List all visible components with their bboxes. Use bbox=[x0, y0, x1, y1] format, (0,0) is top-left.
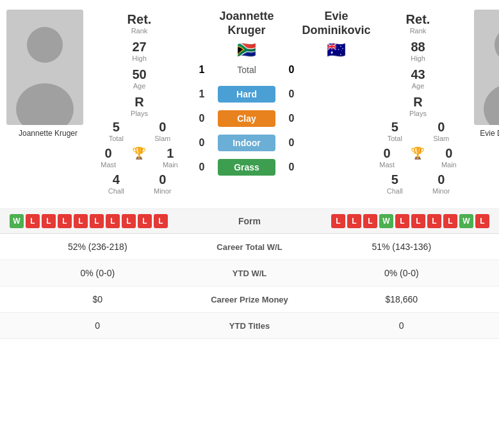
player2-high-box: 88 High bbox=[372, 40, 464, 62]
player2-form-badge-1: L bbox=[347, 214, 361, 228]
player1-trophy-icon: 🏆 bbox=[132, 146, 146, 160]
player2-total-value: 5 bbox=[380, 120, 409, 135]
player2-minor-value: 0 bbox=[427, 172, 455, 187]
stat-right-2: $18,660 bbox=[314, 294, 490, 304]
total-score-left: 1 bbox=[192, 64, 211, 76]
stat-right-1: 0% (0-0) bbox=[314, 268, 490, 278]
player2-name-below: Evie Dominikovic bbox=[468, 129, 499, 138]
player1-flag-row: 🇿🇦 bbox=[237, 41, 256, 59]
stat-left-2: $0 bbox=[10, 294, 186, 304]
hard-score-right: 0 bbox=[282, 88, 301, 100]
player1-form-badge-2: L bbox=[42, 214, 56, 228]
player1-form-badge-4: L bbox=[74, 214, 88, 228]
stats-section: 52% (236-218) Career Total W/L 51% (143-… bbox=[0, 234, 499, 339]
player1-main-label: Main bbox=[156, 161, 184, 169]
clay-surface-row: 0 Clay 0 bbox=[192, 110, 301, 127]
player2-form-badge-5: L bbox=[411, 214, 425, 228]
player1-form-badge-7: L bbox=[122, 214, 136, 228]
stat-right-0: 51% (143-136) bbox=[314, 242, 490, 252]
player1-total-label: Total bbox=[102, 135, 131, 142]
player2-chall-minor-row: 5 Chall 0 Minor bbox=[372, 172, 464, 195]
player2-trophy-icon: 🏆 bbox=[411, 146, 425, 160]
player1-main-cell: 1 Main bbox=[156, 146, 184, 169]
player1-slam-value: 0 bbox=[148, 120, 177, 135]
stats-row-0: 52% (236-218) Career Total W/L 51% (143-… bbox=[0, 234, 499, 260]
hard-score-left: 1 bbox=[192, 88, 211, 100]
stat-label-3: YTD Titles bbox=[186, 321, 314, 331]
player1-minor-label: Minor bbox=[148, 187, 177, 195]
player1-form-badge-5: L bbox=[90, 214, 104, 228]
player2-form-badge-9: L bbox=[475, 214, 489, 228]
player2-plays-box: R Plays bbox=[372, 95, 464, 117]
player2-form-badge-6: L bbox=[427, 214, 441, 228]
player1-high-value: 27 bbox=[132, 40, 146, 54]
player2-high-label: High bbox=[411, 54, 425, 62]
player2-mast-main-row: 0 Mast 🏆 0 Main bbox=[372, 146, 464, 169]
clay-score-left: 0 bbox=[192, 113, 211, 124]
player2-age-value: 43 bbox=[411, 67, 425, 82]
player2-flag: 🇦🇺 bbox=[327, 41, 346, 59]
player2-form-badge-2: L bbox=[363, 214, 377, 228]
center-info: Joannette Kruger 🇿🇦 1 Total 0 1 Hard 0 bbox=[189, 10, 304, 199]
player1-high-label: High bbox=[132, 54, 147, 62]
player2-rank-label: Rank bbox=[410, 27, 427, 35]
totals-row: 1 Total 0 bbox=[192, 64, 301, 76]
total-score-right: 0 bbox=[282, 64, 301, 76]
player1-slam-label: Slam bbox=[148, 135, 177, 142]
player1-age-label: Age bbox=[133, 82, 146, 90]
player1-form: WLLLLLLLLL bbox=[10, 214, 211, 228]
indoor-score-left: 0 bbox=[192, 137, 211, 149]
player1-form-badge-1: L bbox=[26, 214, 40, 228]
player1-minor-value: 0 bbox=[148, 172, 177, 187]
grass-score-right: 0 bbox=[282, 162, 301, 173]
player2-slam-cell: 0 Slam bbox=[427, 120, 455, 142]
player2-flag-row: 🇦🇺 bbox=[327, 41, 346, 59]
grass-surface-row: 0 Grass 0 bbox=[192, 159, 301, 176]
player2-main-value: 0 bbox=[434, 146, 463, 161]
stat-label-1: YTD W/L bbox=[186, 269, 314, 278]
player1-total-value: 5 bbox=[102, 120, 131, 135]
indoor-surface-row: 0 Indoor 0 bbox=[192, 135, 301, 151]
player2-mast-label: Mast bbox=[373, 161, 402, 169]
player1-plays-label: Plays bbox=[131, 110, 148, 117]
player2-avatar bbox=[474, 10, 499, 125]
player2-total-label: Total bbox=[380, 135, 409, 142]
clay-badge: Clay bbox=[218, 110, 275, 127]
player1-avatar-section: Joannette Kruger bbox=[6, 10, 90, 199]
player2-form-badge-0: L bbox=[331, 214, 345, 228]
clay-score-right: 0 bbox=[282, 113, 301, 124]
player1-form-badge-6: L bbox=[106, 214, 120, 228]
player2-mast-cell: 0 Mast bbox=[373, 146, 402, 169]
player2-age-box: 43 Age bbox=[372, 67, 464, 90]
player1-form-badge-3: L bbox=[58, 214, 72, 228]
player2-age-label: Age bbox=[412, 82, 425, 90]
player2-plays-value: R bbox=[413, 95, 422, 110]
player2-chall-cell: 5 Chall bbox=[380, 172, 409, 195]
player1-mast-label: Mast bbox=[94, 161, 123, 169]
svg-point-1 bbox=[27, 27, 63, 63]
player2-rank-value: Ret. bbox=[406, 12, 430, 27]
stats-row-1: 0% (0-0) YTD W/L 0% (0-0) bbox=[0, 260, 499, 286]
player1-name-center: Joannette Kruger bbox=[219, 10, 274, 37]
player1-minor-cell: 0 Minor bbox=[148, 172, 177, 195]
grass-score-left: 0 bbox=[192, 162, 211, 173]
player1-trophy-icon-cell: 🏆 bbox=[125, 146, 154, 169]
indoor-badge: Indoor bbox=[218, 135, 275, 151]
stat-label-0: Career Total W/L bbox=[186, 242, 314, 252]
player1-mast-cell: 0 Mast bbox=[94, 146, 123, 169]
main-container: Joannette Kruger Ret. Rank 27 High 50 Ag… bbox=[0, 0, 499, 339]
player1-mast-value: 0 bbox=[94, 146, 123, 161]
player1-flag: 🇿🇦 bbox=[237, 41, 256, 59]
player2-total-cell: 5 Total bbox=[380, 120, 409, 142]
player2-slam-value: 0 bbox=[427, 120, 455, 135]
stat-label-2: Career Prize Money bbox=[186, 295, 314, 304]
form-section: WLLLLLLLLL Form LLLWLLLLWL bbox=[0, 209, 499, 234]
player2-chall-label: Chall bbox=[380, 187, 409, 195]
player2-main-cell: 0 Main bbox=[434, 146, 463, 169]
player1-age-value: 50 bbox=[132, 67, 146, 82]
player2-form-badge-3: W bbox=[379, 214, 393, 228]
player2-form-badge-7: L bbox=[443, 214, 457, 228]
player1-slam-cell: 0 Slam bbox=[148, 120, 177, 142]
stats-row-2: $0 Career Prize Money $18,660 bbox=[0, 286, 499, 313]
hard-surface-row: 1 Hard 0 bbox=[192, 86, 301, 103]
